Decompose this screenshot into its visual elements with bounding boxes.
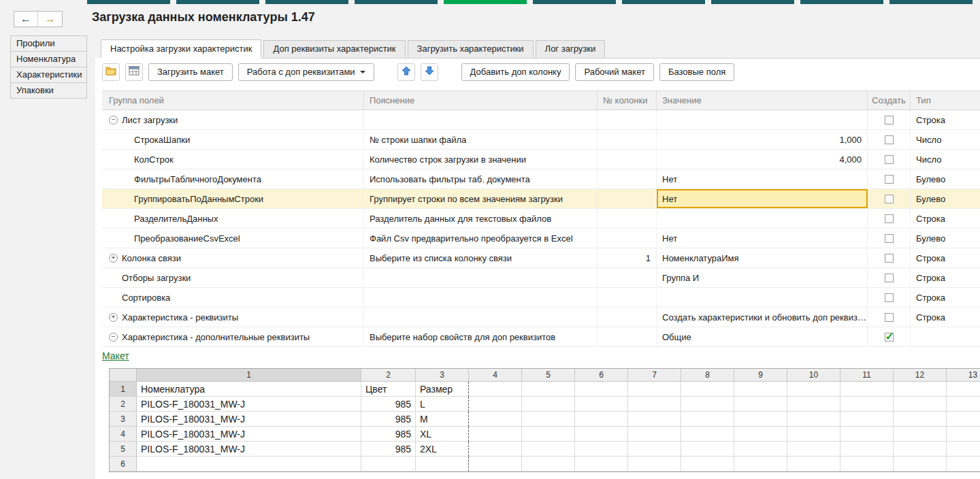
create-checkbox[interactable] <box>885 116 894 125</box>
desc-cell[interactable] <box>364 288 598 307</box>
desc-cell[interactable]: Количество строк загрузки в значении <box>364 150 598 169</box>
colnum-cell[interactable] <box>598 189 657 208</box>
group-cell[interactable]: Отборы загрузки <box>102 268 364 287</box>
table-row[interactable]: СтрокаШапки № строки шапки файла 1,000 Ч… <box>102 130 980 150</box>
sheet-row-header[interactable]: 4 <box>110 427 137 442</box>
colnum-cell[interactable] <box>598 169 657 188</box>
sheet-col-header[interactable]: 2 <box>361 369 416 382</box>
group-cell[interactable]: РазделительДанных <box>102 209 364 228</box>
create-cell[interactable] <box>868 189 911 208</box>
desc-cell[interactable]: Разделитель данных для текстовых файлов <box>364 209 598 228</box>
type-cell[interactable]: Число <box>911 150 980 169</box>
tab-settings-load-characteristics[interactable]: Настройка загрузки характеристик <box>101 39 261 59</box>
colnum-cell[interactable] <box>598 327 657 346</box>
save-layout-button[interactable] <box>125 63 143 81</box>
layout-link[interactable]: Макет <box>102 350 129 361</box>
colnum-cell[interactable]: 1 <box>598 248 657 267</box>
create-cell[interactable] <box>868 150 911 169</box>
create-cell[interactable] <box>868 130 911 149</box>
colnum-cell[interactable] <box>598 288 657 307</box>
sheet-row-header[interactable]: 5 <box>110 442 137 457</box>
type-cell[interactable]: Строка <box>911 308 980 327</box>
header-desc[interactable]: Пояснение <box>364 91 598 110</box>
sheet-corner-cell[interactable] <box>110 369 137 382</box>
create-checkbox[interactable] <box>885 195 894 203</box>
sheet-row-header[interactable]: 3 <box>110 412 137 427</box>
window-tab[interactable] <box>355 0 438 4</box>
value-cell[interactable]: НоменклатураИмя <box>657 248 868 267</box>
desc-cell[interactable] <box>364 110 598 129</box>
create-checkbox[interactable] <box>885 155 894 164</box>
tab-additional-attributes[interactable]: Доп реквизиты характеристик <box>263 40 405 58</box>
sheet-col-header[interactable]: 11 <box>840 369 894 382</box>
sheet-cell[interactable]: Номенклатура <box>137 382 361 397</box>
move-up-button[interactable] <box>397 63 415 81</box>
create-cell[interactable] <box>868 248 911 267</box>
sheet-cell[interactable]: M <box>416 412 469 427</box>
colnum-cell[interactable] <box>598 110 657 129</box>
sheet-cell[interactable]: 985 <box>361 442 416 457</box>
sheet-row-header[interactable]: 6 <box>110 457 137 472</box>
sidebar-item-packages[interactable]: Упаковки <box>10 82 87 99</box>
create-checkbox[interactable] <box>885 313 894 322</box>
sheet-cell[interactable]: XL <box>416 427 469 442</box>
value-cell[interactable] <box>657 110 868 129</box>
table-row[interactable]: Отборы загрузки Группа И Строка <box>102 268 980 288</box>
expand-icon[interactable] <box>109 254 118 263</box>
table-row[interactable]: ФильтрыТабличногоДокумента Использовать … <box>102 169 980 189</box>
group-cell[interactable]: СтрокаШапки <box>102 130 364 149</box>
create-cell[interactable] <box>868 110 911 129</box>
sheet-col-header[interactable]: 8 <box>681 369 734 382</box>
sheet-cell[interactable] <box>137 457 361 472</box>
value-cell[interactable] <box>657 209 868 228</box>
type-cell[interactable]: Число <box>911 130 980 149</box>
base-fields-button[interactable]: Базовые поля <box>659 63 734 81</box>
value-cell[interactable]: 1,000 <box>657 130 868 149</box>
window-tab[interactable] <box>711 0 794 4</box>
sheet-col-header[interactable]: 9 <box>734 369 787 382</box>
header-group[interactable]: Группа полей <box>102 91 364 110</box>
create-checkbox[interactable] <box>885 214 894 223</box>
sheet-cell[interactable]: PILOS-F_180031_MW-J <box>137 442 361 457</box>
table-row[interactable]: КолСтрок Количество строк загрузки в зна… <box>102 150 980 169</box>
sheet-cell[interactable]: 985 <box>361 397 416 412</box>
value-cell[interactable]: Нет <box>657 169 868 188</box>
desc-cell[interactable]: Группирует строки по всем значениям загр… <box>364 189 598 208</box>
selected-value-cell[interactable]: Нет <box>657 189 868 208</box>
create-checkbox[interactable] <box>885 234 894 243</box>
header-colnum[interactable]: № колонки <box>598 91 657 110</box>
value-cell[interactable]: 4,000 <box>657 150 868 169</box>
type-cell[interactable]: Булево <box>911 169 980 188</box>
header-type[interactable]: Тип <box>911 91 980 110</box>
sheet-col-header[interactable]: 12 <box>894 369 947 382</box>
sheet-cell[interactable] <box>361 457 416 472</box>
desc-cell[interactable]: Выберите из списка колонку связи <box>364 248 598 267</box>
table-row[interactable]: Лист загрузки Строка <box>102 110 980 130</box>
header-value[interactable]: Значение <box>657 91 868 110</box>
desc-cell[interactable] <box>364 308 598 327</box>
sheet-col-header[interactable]: 6 <box>575 369 628 382</box>
sheet-row-header[interactable]: 2 <box>110 397 137 412</box>
type-cell[interactable]: Строка <box>911 268 980 287</box>
forward-button[interactable]: → <box>38 12 62 27</box>
group-cell[interactable]: КолСтрок <box>102 150 364 169</box>
sheet-cell[interactable]: Размер <box>416 382 469 397</box>
create-checkbox[interactable] <box>885 293 894 302</box>
load-layout-button[interactable]: Загрузить макет <box>148 63 233 81</box>
group-cell[interactable]: Характеристика - дополнительные реквизит… <box>102 327 364 346</box>
create-cell[interactable] <box>868 327 911 346</box>
create-cell[interactable] <box>868 288 911 307</box>
value-cell[interactable]: Группа И <box>657 268 868 287</box>
colnum-cell[interactable] <box>598 308 657 327</box>
table-row[interactable]: Сортировка Строка <box>102 288 980 308</box>
window-tab[interactable] <box>800 0 883 4</box>
group-cell[interactable]: Колонка связи <box>102 248 364 267</box>
group-cell[interactable]: ФильтрыТабличногоДокумента <box>102 169 364 188</box>
create-checkbox-checked[interactable] <box>885 333 894 342</box>
sheet-cell[interactable]: 2XL <box>416 442 469 457</box>
sidebar-item-profiles[interactable]: Профили <box>10 35 87 52</box>
value-cell[interactable]: Создать характеристики и обновить доп ре… <box>657 308 868 327</box>
sheet-col-header[interactable]: 10 <box>787 369 840 382</box>
type-cell[interactable]: Булево <box>911 229 980 248</box>
type-cell[interactable]: Строка <box>911 110 980 129</box>
